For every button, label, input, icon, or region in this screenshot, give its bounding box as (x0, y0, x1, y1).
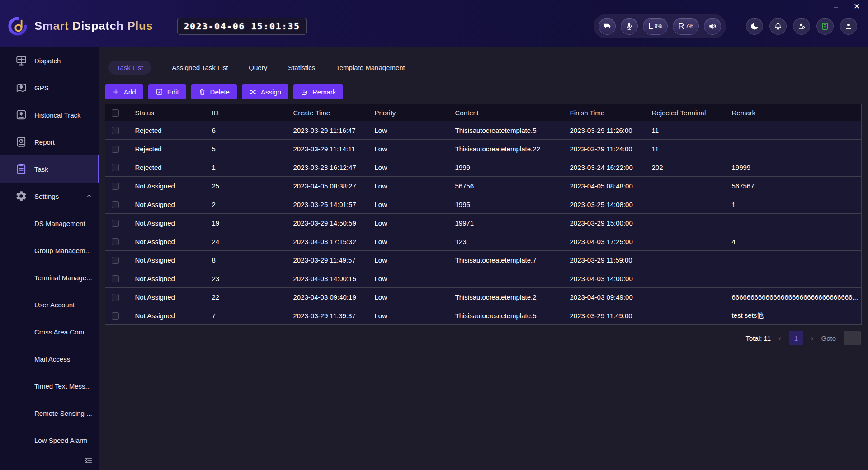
next-page-button[interactable]: › (811, 334, 814, 342)
cell-status: Not Assigned (129, 195, 206, 214)
sidebar-subitem-terminal-manage[interactable]: Terminal Manage... (0, 264, 99, 291)
row-checkbox[interactable] (112, 164, 119, 171)
task-table: StatusIDCreate TimePriorityContentFinish… (105, 104, 862, 325)
remark-button[interactable]: Remark (293, 84, 344, 99)
cell-id: 1 (206, 158, 287, 177)
add-button[interactable]: Add (105, 84, 143, 99)
sidebar-subitem-timed-text-mess[interactable]: Timed Text Mess... (0, 372, 99, 400)
cell-id: 22 (206, 288, 287, 306)
column-header-rejected-terminal: Rejected Terminal (646, 104, 726, 121)
table-row[interactable]: Not Assigned232023-04-03 14:00:15Low2023… (105, 269, 862, 288)
row-checkbox-cell (105, 140, 129, 158)
row-checkbox[interactable] (112, 183, 119, 190)
chat-icon (603, 22, 612, 31)
trash-icon (198, 88, 206, 96)
app-logo-icon (7, 16, 28, 37)
table-row[interactable]: Not Assigned72023-03-29 11:39:37LowThisi… (105, 306, 862, 325)
cell-content (449, 269, 564, 288)
row-checkbox[interactable] (112, 238, 119, 245)
row-checkbox[interactable] (112, 127, 119, 134)
prev-page-button[interactable]: ‹ (778, 334, 781, 342)
cell-finish-time: 2023-03-29 15:00:00 (564, 214, 646, 232)
cell-rejected-terminal (646, 306, 726, 325)
sidebar-item-dispatch[interactable]: Dispatch (0, 47, 99, 74)
page-number-button[interactable]: 1 (789, 331, 803, 345)
row-checkbox[interactable] (112, 257, 119, 264)
notifications-button[interactable] (769, 18, 787, 35)
tab-task-list[interactable]: Task List (108, 61, 151, 75)
sidebar-item-task[interactable]: Task (0, 155, 99, 183)
log-button[interactable] (816, 18, 834, 35)
tab-assigned-task-list[interactable]: Assigned Task List (172, 61, 228, 75)
collapse-sidebar-icon[interactable] (83, 456, 93, 465)
column-header-priority: Priority (368, 104, 449, 121)
row-checkbox-cell (105, 214, 129, 232)
cell-id: 23 (206, 269, 287, 288)
chat-button[interactable] (599, 18, 616, 35)
sidebar-item-settings[interactable]: Settings (0, 183, 99, 210)
sidebar-subitem-cross-area-com[interactable]: Cross Area Com... (0, 318, 99, 345)
table-row[interactable]: Not Assigned252023-04-05 08:38:27Low5675… (105, 177, 862, 195)
cell-finish-time: 2023-03-24 16:22:00 (564, 158, 646, 177)
sidebar-item-gps[interactable]: GPS (0, 74, 99, 101)
tab-template-management[interactable]: Template Management (336, 61, 405, 75)
mic-button[interactable] (621, 18, 638, 35)
table-row[interactable]: Not Assigned82023-03-29 11:49:57LowThisi… (105, 251, 862, 269)
row-checkbox[interactable] (112, 275, 119, 282)
media-controls: L 9% R 7% (594, 14, 726, 38)
cell-id: 25 (206, 177, 287, 195)
theme-button[interactable] (746, 18, 763, 35)
sidebar-item-label: Dispatch (34, 57, 61, 65)
table-row[interactable]: Not Assigned242023-04-03 17:15:32Low1232… (105, 232, 862, 251)
table-row[interactable]: Not Assigned192023-03-29 14:50:59Low1997… (105, 214, 862, 232)
cell-priority: Low (368, 306, 449, 325)
contacts-button[interactable] (793, 18, 810, 35)
settings-icon (15, 190, 27, 202)
sidebar-subitem-user-account[interactable]: User Account (0, 291, 99, 318)
delete-button[interactable]: Delete (191, 84, 237, 99)
sidebar-item-report[interactable]: Report (0, 128, 99, 155)
table-row[interactable]: Rejected12023-03-23 16:12:47Low19992023-… (105, 158, 862, 177)
row-checkbox-cell (105, 195, 129, 214)
account-button[interactable] (840, 18, 857, 35)
cell-finish-time: 2023-03-25 14:08:00 (564, 195, 646, 214)
app-title: Smart Dispatch Plus (34, 19, 153, 33)
left-volume-button[interactable]: L 9% (643, 18, 668, 35)
close-button[interactable]: ✕ (852, 2, 862, 12)
sidebar-subitem-group-managem[interactable]: Group Managem... (0, 237, 99, 264)
sidebar-item-historical-track[interactable]: Historical Track (0, 101, 99, 128)
table-row[interactable]: Rejected62023-03-29 11:16:47LowThisisaut… (105, 121, 862, 140)
edit-button[interactable]: Edit (148, 84, 186, 99)
goto-page-input[interactable] (844, 331, 861, 345)
assign-button[interactable]: Assign (242, 84, 288, 99)
row-checkbox[interactable] (112, 201, 119, 208)
cell-remark: 19999 (726, 158, 862, 177)
sidebar-subitem-mail-access[interactable]: Mail Access (0, 345, 99, 372)
cell-remark: 66666666666666666666666666666666... (726, 288, 862, 306)
sidebar-subitem-ds-management[interactable]: DS Management (0, 210, 99, 237)
right-volume-button[interactable]: R 7% (673, 18, 699, 35)
cell-id: 24 (206, 232, 287, 251)
cell-finish-time: 2023-04-03 09:49:00 (564, 288, 646, 306)
select-all-checkbox[interactable] (112, 109, 119, 117)
speaker-button[interactable] (704, 18, 721, 35)
row-checkbox[interactable] (112, 294, 119, 301)
cell-id: 5 (206, 140, 287, 158)
minimize-button[interactable]: – (831, 2, 841, 12)
cell-rejected-terminal (646, 177, 726, 195)
row-checkbox[interactable] (112, 146, 119, 153)
tab-statistics[interactable]: Statistics (288, 61, 315, 75)
row-checkbox[interactable] (112, 220, 119, 227)
button-label: Remark (312, 88, 336, 96)
tab-query[interactable]: Query (249, 61, 267, 75)
cell-rejected-terminal (646, 288, 726, 306)
cell-remark (726, 140, 862, 158)
table-row[interactable]: Not Assigned22023-03-25 14:01:57Low19952… (105, 195, 862, 214)
cell-finish-time: 2023-03-29 11:59:00 (564, 251, 646, 269)
sidebar-subitem-remote-sensing[interactable]: Remote Sensing ... (0, 400, 99, 427)
row-checkbox[interactable] (112, 312, 119, 320)
table-row[interactable]: Rejected52023-03-29 11:14:11LowThisisaut… (105, 140, 862, 158)
mic-icon (625, 22, 634, 31)
sidebar-subitem-low-speed-alarm[interactable]: Low Speed Alarm (0, 427, 99, 454)
table-row[interactable]: Not Assigned222023-04-03 09:40:19LowThis… (105, 288, 862, 306)
